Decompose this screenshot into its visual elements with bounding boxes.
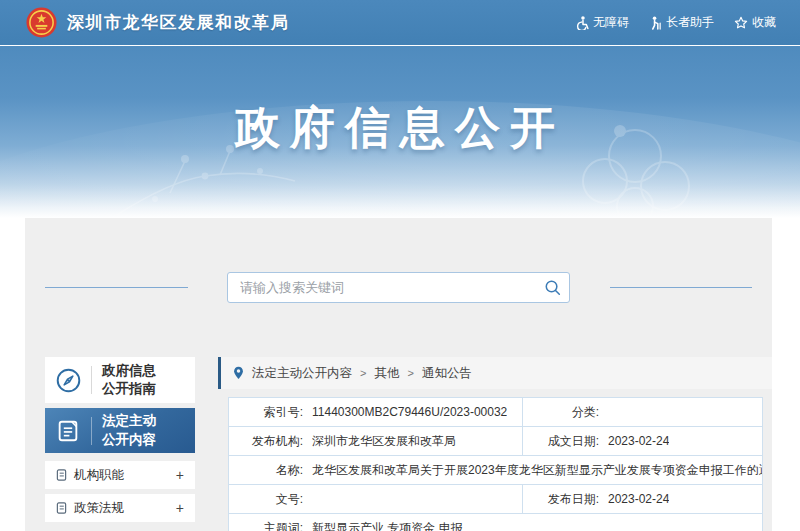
field-value: 深圳市龙华区发展和改革局 bbox=[312, 433, 456, 450]
search-icon[interactable] bbox=[544, 279, 561, 296]
banner: 政府信息公开 bbox=[0, 45, 800, 218]
elder-helper-icon bbox=[649, 16, 662, 30]
field-value: 龙华区发展和改革局关于开展2023年度龙华区新型显示产业发展专项资金申报工作的通… bbox=[312, 462, 762, 479]
sidebar-item-policies-regulations[interactable]: 政策法规 + bbox=[45, 494, 195, 522]
divider-line-right bbox=[610, 287, 752, 288]
sidebar-item-label: 机构职能 bbox=[74, 467, 124, 484]
site-brand[interactable]: 深圳市龙华区发展和改革局 bbox=[26, 7, 289, 38]
elder-helper-link[interactable]: 长者助手 bbox=[649, 14, 714, 31]
field-value: 2023-02-24 bbox=[608, 434, 669, 448]
sidebar-item-statutory-disclosure[interactable]: 法定主动 公开内容 bbox=[45, 408, 195, 453]
search-bar bbox=[227, 272, 570, 303]
sidebar-item-label: 政策法规 bbox=[74, 500, 124, 517]
field-label: 成文日期: bbox=[523, 433, 599, 450]
field-index-number: 索引号: 11440300MB2C79446U/2023-00032 bbox=[229, 398, 522, 426]
table-row: 索引号: 11440300MB2C79446U/2023-00032 分类: bbox=[229, 398, 762, 427]
sidebar-item-divider bbox=[91, 366, 92, 394]
sidebar-item-disclosure-guide[interactable]: 政府信息 公开指南 bbox=[45, 357, 195, 403]
sidebar-item-label: 法定主动 公开内容 bbox=[102, 412, 156, 448]
top-header-bar: 深圳市龙华区发展和改革局 无障碍 长者助手 bbox=[0, 0, 800, 45]
field-label: 文号: bbox=[229, 491, 303, 508]
breadcrumb-separator: > bbox=[407, 367, 413, 379]
table-row: 名称: 龙华区发展和改革局关于开展2023年度龙华区新型显示产业发展专项资金申报… bbox=[229, 456, 762, 485]
field-label: 发布机构: bbox=[229, 433, 303, 450]
sidebar-item-label: 政府信息 公开指南 bbox=[102, 362, 156, 398]
document-detail-table: 索引号: 11440300MB2C79446U/2023-00032 分类: 发… bbox=[228, 397, 763, 531]
document-icon bbox=[55, 418, 81, 444]
table-row: 文号: 发布日期: 2023-02-24 bbox=[229, 485, 762, 514]
field-composed-date: 成文日期: 2023-02-24 bbox=[522, 427, 762, 455]
field-keywords: 主题词: 新型显示产业 专项资金 申报 bbox=[229, 514, 762, 531]
table-row: 发布机构: 深圳市龙华区发展和改革局 成文日期: 2023-02-24 bbox=[229, 427, 762, 456]
page-icon bbox=[56, 502, 67, 514]
search-input[interactable] bbox=[227, 272, 570, 303]
field-value: 2023-02-24 bbox=[608, 492, 669, 506]
page-icon bbox=[56, 469, 67, 481]
expand-plus-icon[interactable]: + bbox=[176, 500, 184, 516]
field-issuing-agency: 发布机构: 深圳市龙华区发展和改革局 bbox=[229, 427, 522, 455]
sidebar-item-divider bbox=[91, 417, 92, 445]
field-label: 主题词: bbox=[229, 520, 303, 531]
field-document-name: 名称: 龙华区发展和改革局关于开展2023年度龙华区新型显示产业发展专项资金申报… bbox=[229, 456, 762, 484]
field-label: 索引号: bbox=[229, 404, 303, 421]
topbar-links: 无障碍 长者助手 收藏 bbox=[576, 0, 776, 45]
star-icon bbox=[734, 16, 748, 30]
divider-line-left bbox=[45, 287, 188, 288]
field-label: 分类: bbox=[523, 404, 599, 421]
field-label: 名称: bbox=[229, 462, 303, 479]
compass-icon bbox=[55, 367, 82, 394]
page-title: 政府信息公开 bbox=[0, 46, 800, 158]
site-title: 深圳市龙华区发展和改革局 bbox=[67, 11, 289, 34]
field-value: 新型显示产业 专项资金 申报 bbox=[312, 520, 463, 531]
expand-plus-icon[interactable]: + bbox=[176, 467, 184, 483]
content-panel: 政府信息 公开指南 法定主动 公开内容 bbox=[25, 218, 772, 531]
table-row: 主题词: 新型显示产业 专项资金 申报 bbox=[229, 514, 762, 531]
breadcrumb-item[interactable]: 法定主动公开内容 bbox=[252, 365, 352, 382]
national-emblem-icon bbox=[26, 7, 57, 38]
breadcrumb-item[interactable]: 其他 bbox=[374, 365, 399, 382]
favorite-link[interactable]: 收藏 bbox=[734, 14, 776, 31]
location-pin-icon bbox=[233, 366, 244, 380]
page: 深圳市龙华区发展和改革局 无障碍 长者助手 bbox=[0, 0, 800, 531]
sidebar-item-org-functions[interactable]: 机构职能 + bbox=[45, 461, 195, 489]
field-value: 11440300MB2C79446U/2023-00032 bbox=[312, 405, 507, 419]
accessibility-link[interactable]: 无障碍 bbox=[576, 14, 629, 31]
accessibility-label: 无障碍 bbox=[593, 14, 629, 31]
field-category: 分类: bbox=[522, 398, 762, 426]
breadcrumb-separator: > bbox=[360, 367, 366, 379]
elder-helper-label: 长者助手 bbox=[666, 14, 714, 31]
accessibility-icon bbox=[576, 16, 589, 30]
breadcrumb-item[interactable]: 通知公告 bbox=[422, 365, 472, 382]
field-document-number: 文号: bbox=[229, 485, 522, 513]
field-label: 发布日期: bbox=[523, 491, 599, 508]
breadcrumb: 法定主动公开内容 > 其他 > 通知公告 bbox=[218, 357, 772, 389]
field-publish-date: 发布日期: 2023-02-24 bbox=[522, 485, 762, 513]
favorite-label: 收藏 bbox=[752, 14, 776, 31]
